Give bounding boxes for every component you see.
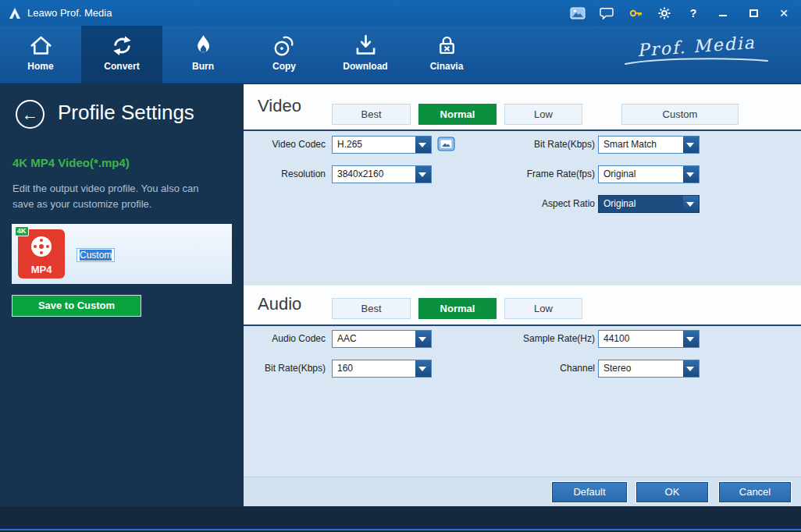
nav-burn[interactable]: Burn — [162, 26, 244, 84]
video-section-body: Video Codec H.265 Resolution 3840x2160 B… — [244, 131, 801, 286]
sample-rate-label: Sample Rate(Hz) — [482, 333, 595, 344]
settings-panel: Video Best Normal Low Custom Video Codec… — [244, 84, 801, 506]
sample-rate-select[interactable]: 44100 — [598, 330, 700, 348]
download-icon — [353, 33, 379, 59]
settings-gear-icon[interactable] — [656, 5, 673, 21]
nav-home[interactable]: Home — [0, 26, 81, 84]
4k-badge: 4K — [15, 226, 29, 236]
video-section-title: Video — [258, 96, 301, 116]
video-bitrate-value: Smart Match — [603, 137, 657, 153]
aspect-ratio-select[interactable]: Original — [598, 195, 700, 213]
convert-icon — [109, 33, 135, 59]
save-to-custom-button[interactable]: Save to Custom — [12, 295, 141, 317]
ok-button[interactable]: OK — [636, 482, 708, 502]
screenshot-icon[interactable] — [569, 5, 586, 21]
sample-rate-value: 44100 — [603, 331, 629, 347]
aspect-ratio-value: Original — [603, 196, 635, 212]
frame-rate-value: Original — [603, 166, 635, 183]
home-icon — [28, 33, 54, 59]
video-codec-label: Video Codec — [244, 139, 326, 150]
aspect-ratio-label: Aspect Ratio — [482, 198, 595, 209]
video-quality-normal-button[interactable]: Normal — [418, 104, 497, 125]
channel-value: Stereo — [603, 360, 631, 377]
back-arrow-icon: ← — [22, 105, 38, 123]
audio-bitrate-select[interactable]: 160 — [332, 360, 432, 378]
audio-codec-label: Audio Codec — [244, 333, 326, 344]
nav-bar: Home Convert Burn Copy — [0, 26, 801, 84]
audio-codec-select[interactable]: AAC — [332, 330, 432, 348]
nav-copy[interactable]: Copy — [244, 26, 325, 84]
profile-rename-input[interactable]: Custom — [77, 248, 115, 262]
chevron-down-icon — [683, 166, 699, 183]
resolution-label: Resolution — [244, 168, 326, 179]
profile-description: Edit the output video profile. You also … — [12, 181, 199, 212]
app-window: Leawo Prof. Media — [0, 0, 801, 532]
sidebar: ← Profile Settings 4K MP4 Video(*.mp4) E… — [0, 84, 244, 506]
titlebar: Leawo Prof. Media — [0, 0, 801, 26]
profile-rename-selected-text: Custom — [80, 250, 112, 261]
nav-burn-label: Burn — [192, 61, 214, 72]
maximize-glyph — [749, 9, 758, 17]
frame-rate-label: Frame Rate(fps) — [482, 168, 595, 179]
status-bar — [0, 506, 801, 532]
audio-quality-low-button[interactable]: Low — [504, 298, 582, 319]
page-title: Profile Settings — [58, 101, 194, 125]
chat-bubble-glyph — [600, 7, 614, 20]
audio-bitrate-label: Bit Rate(Kbps) — [244, 363, 326, 374]
cancel-button[interactable]: Cancel — [719, 482, 791, 502]
help-icon[interactable]: ? — [685, 5, 702, 21]
resolution-value: 3840x2160 — [337, 166, 383, 183]
nav-cinavia[interactable]: Cinavia — [406, 26, 487, 84]
nav-convert[interactable]: Convert — [81, 26, 162, 84]
video-quality-low-button[interactable]: Low — [504, 104, 582, 125]
titlebar-actions: ? × — [569, 5, 793, 22]
chevron-down-icon — [683, 196, 699, 212]
default-button[interactable]: Default — [552, 482, 627, 502]
chevron-down-icon — [683, 137, 699, 153]
video-bitrate-select[interactable]: Smart Match — [598, 136, 700, 154]
video-codec-select[interactable]: H.265 — [332, 136, 432, 154]
action-bar: Default OK Cancel — [244, 477, 801, 506]
chevron-down-icon — [415, 166, 431, 183]
chevron-down-icon — [683, 360, 699, 377]
channel-select[interactable]: Stereo — [598, 360, 700, 378]
mp4-format-label: MP4 — [18, 264, 65, 275]
back-button[interactable]: ← — [16, 100, 44, 129]
close-button[interactable]: × — [774, 5, 793, 22]
chevron-down-icon — [683, 331, 699, 347]
app-logo — [8, 6, 22, 20]
nav-copy-label: Copy — [272, 61, 296, 72]
video-quality-custom-button[interactable]: Custom — [621, 104, 739, 125]
nav-cinavia-label: Cinavia — [430, 61, 464, 72]
chevron-down-icon — [415, 360, 431, 377]
cinavia-lock-icon — [434, 33, 460, 59]
chevron-down-icon — [415, 331, 431, 347]
profile-name: 4K MP4 Video(*.mp4) — [12, 156, 130, 169]
codec-advanced-glyph — [437, 137, 455, 153]
film-reel-icon — [31, 236, 52, 257]
nav-download-label: Download — [343, 61, 387, 72]
key-glyph — [628, 6, 643, 20]
gear-glyph — [657, 6, 671, 20]
minimize-button[interactable] — [714, 5, 732, 22]
channel-label: Channel — [482, 363, 595, 374]
video-quality-best-button[interactable]: Best — [332, 104, 411, 125]
audio-quality-best-button[interactable]: Best — [332, 298, 411, 319]
frame-rate-select[interactable]: Original — [598, 165, 700, 183]
maximize-button[interactable] — [744, 5, 763, 22]
audio-quality-normal-button[interactable]: Normal — [418, 298, 497, 319]
brand-script: Prof. Media — [618, 37, 774, 70]
profile-description-line2: save as your customize profile. — [12, 198, 151, 210]
minimize-glyph — [719, 15, 727, 16]
screenshot-icon-glyph — [570, 7, 586, 20]
audio-bitrate-value: 160 — [337, 360, 353, 377]
mp4-file-icon: 4K MP4 — [18, 229, 65, 278]
feedback-icon[interactable] — [598, 5, 615, 21]
video-section-header: Video Best Normal Low Custom — [244, 84, 801, 129]
nav-download[interactable]: Download — [325, 26, 406, 84]
register-key-icon[interactable] — [627, 5, 644, 21]
video-codec-value: H.265 — [337, 137, 362, 153]
resolution-select[interactable]: 3840x2160 — [332, 165, 432, 183]
codec-advanced-icon[interactable] — [437, 137, 455, 153]
profile-list-item[interactable]: 4K MP4 Custom — [12, 224, 232, 284]
